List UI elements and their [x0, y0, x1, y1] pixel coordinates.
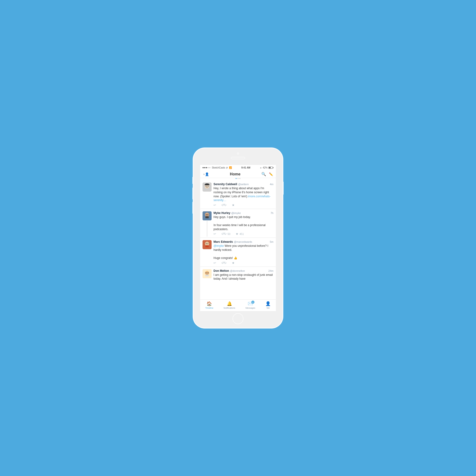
search-icon[interactable]: 🔍 [261, 172, 266, 176]
svg-point-13 [205, 241, 209, 246]
tweet-myke[interactable]: Myke Hurley @imyke 7h Hey guys. I quit m… [200, 209, 276, 238]
signal-dot-1 [203, 167, 204, 168]
reply-action-serenity[interactable]: ↩ [214, 203, 216, 207]
tweet-name-myke: Myke Hurley [214, 211, 230, 215]
tab-bar: 🏠 Timeline 🔔 Notifications ✉️ 4 Messages… [200, 299, 276, 311]
tweet-content-don: Don Melton @donmelton 24m I am getting a… [214, 269, 273, 282]
svg-point-23 [208, 272, 208, 273]
signal-dot-2 [204, 167, 205, 168]
svg-point-15 [207, 243, 208, 244]
tweet-link-serenity[interactable]: imore.com/whats-serenity… [214, 195, 271, 202]
battery-percent: 42% [263, 166, 268, 169]
avatar-marc [203, 240, 212, 249]
tweet-header-marc: Marc Edwards @marcedwards 5m [214, 240, 273, 243]
retweet-icon: ↺↻ [221, 261, 227, 265]
reply-action-marc[interactable]: ↩ [214, 261, 216, 265]
tweet-marc[interactable]: Marc Edwards @marcedwards 5m @imyke Were… [200, 238, 276, 267]
svg-rect-11 [205, 216, 209, 218]
signal-dots [203, 167, 210, 168]
bluetooth-icon: ⨯ [260, 167, 262, 169]
tweet-serenity[interactable]: Serenity Caldwell @settern 4m Hey, I wro… [200, 180, 276, 209]
avatar-serenity [203, 183, 212, 192]
favorite-icon: ★ [236, 232, 238, 236]
tab-notifications[interactable]: 🔔 Notifications [223, 301, 235, 309]
battery-icon [269, 167, 273, 169]
signal-dot-3 [206, 167, 207, 168]
retweet-action-serenity[interactable]: ↺↻ [221, 203, 227, 207]
favorite-action-serenity[interactable]: ★ [232, 203, 235, 207]
svg-rect-5 [205, 184, 209, 185]
reply-icon: ↩ [214, 203, 216, 207]
retweet-action-marc[interactable]: ↺↻ [221, 261, 227, 265]
add-user-icon[interactable]: +👤 [203, 172, 209, 176]
status-right: ⨯ 42% [260, 166, 273, 169]
timeline-label: Timeline [205, 307, 214, 309]
tweet-time-don: 24m [269, 270, 273, 272]
favorite-action-myke[interactable]: ★ 451 [236, 232, 244, 236]
favorite-action-marc[interactable]: ★ [232, 261, 235, 265]
messages-badge: 4 [251, 301, 255, 304]
mention-imyke[interactable]: @imyke [214, 244, 224, 248]
tweet-header-myke: Myke Hurley @imyke 7h [214, 211, 273, 215]
svg-point-3 [208, 186, 208, 187]
avatar-myke [203, 211, 212, 221]
messages-icon: ✉️ 4 [248, 301, 253, 306]
reply-action-myke[interactable]: ↩ [214, 232, 216, 236]
home-button[interactable] [233, 313, 243, 324]
tweet-header-don: Don Melton @donmelton 24m [214, 269, 273, 272]
status-left: SketchCasts ⮭ 📶 [203, 166, 232, 169]
tweet-time-myke: 7h [271, 212, 273, 214]
status-bar: SketchCasts ⮭ 📶 9:41 AM ⨯ 42% [200, 165, 276, 170]
tweet-actions-serenity: ↩ ↺↻ ★ [214, 203, 273, 207]
camera [237, 153, 239, 154]
svg-rect-8 [206, 214, 207, 215]
retweet-icon: ↺↻ [221, 232, 227, 236]
tweet-handle-myke: @imyke [231, 212, 241, 214]
retweet-count-myke: 50 [227, 233, 230, 235]
silent-button [192, 177, 193, 184]
favorite-icon: ★ [232, 203, 235, 207]
phone-screen: SketchCasts ⮭ 📶 9:41 AM ⨯ 42% +👤 [200, 165, 276, 311]
nav-bar: +👤 Home 🔍 ✏️ [200, 170, 276, 178]
svg-point-14 [206, 243, 206, 244]
tweet-content-myke: Myke Hurley @imyke 7h Hey guys. I quit m… [214, 211, 273, 237]
tweet-actions-myke: ↩ ↺↻ 50 ★ 451 [214, 232, 273, 236]
nav-left-actions: +👤 [203, 172, 209, 176]
me-icon: 👤 [265, 301, 271, 306]
retweet-icon: ↺↻ [221, 203, 227, 207]
phone-shell: SketchCasts ⮭ 📶 9:41 AM ⨯ 42% +👤 [193, 148, 283, 328]
tweet-handle-don: @donmelton [230, 270, 245, 272]
tab-messages[interactable]: ✉️ 4 Messages [245, 301, 255, 309]
svg-rect-16 [205, 245, 209, 247]
signal-dot-5 [209, 167, 210, 168]
tweet-time-serenity: 4m [270, 183, 273, 186]
signal-dot-4 [207, 167, 209, 168]
reply-icon: ↩ [214, 232, 216, 236]
volume-down-button [192, 202, 193, 214]
notifications-label: Notifications [223, 307, 235, 309]
wifi-icon: ⮭ 📶 [226, 166, 232, 169]
nav-dots [200, 178, 276, 180]
retweet-action-myke[interactable]: ↺↻ 50 [221, 232, 230, 236]
tweet-name-serenity: Serenity Caldwell [214, 183, 237, 186]
avatar-don [203, 269, 212, 278]
svg-rect-24 [205, 275, 209, 276]
nav-bar-wrapper: +👤 Home 🔍 ✏️ [200, 170, 276, 180]
volume-up-button [192, 187, 193, 200]
nav-dot-1 [236, 178, 237, 179]
tweet-handle-serenity: @settern [238, 183, 249, 186]
tweet-text-don: I am getting a non-stop onslaught of jun… [214, 273, 273, 281]
tweet-handle-marc: @marcedwards [234, 240, 252, 243]
nav-right-actions: 🔍 ✏️ [261, 172, 273, 176]
speaker [231, 157, 245, 159]
nav-dot-3 [239, 178, 240, 179]
tab-me[interactable]: 👤 Me [265, 301, 271, 309]
svg-rect-9 [207, 214, 208, 215]
tweet-name-don: Don Melton [214, 269, 229, 272]
tab-timeline[interactable]: 🏠 Timeline [205, 301, 214, 309]
tweet-text-serenity: Hey, I wrote a thing about what apps I'm… [214, 186, 273, 202]
favorite-icon: ★ [232, 261, 235, 265]
tweet-content-marc: Marc Edwards @marcedwards 5m @imyke Were… [214, 240, 273, 265]
tweet-don[interactable]: Don Melton @donmelton 24m I am getting a… [200, 267, 276, 283]
compose-icon[interactable]: ✏️ [269, 172, 273, 176]
